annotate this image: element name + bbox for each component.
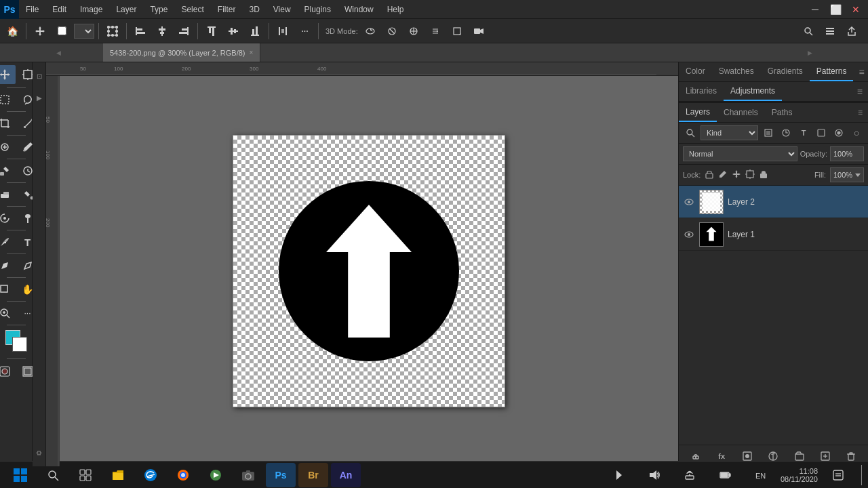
- menu-window[interactable]: Window: [338, 0, 380, 18]
- tab-paths[interactable]: Paths: [765, 104, 800, 121]
- view-options-icon[interactable]: [821, 22, 840, 41]
- menu-image[interactable]: Image: [73, 0, 109, 18]
- filter-adjustment-icon[interactable]: [778, 125, 793, 140]
- document-canvas[interactable]: [233, 135, 505, 407]
- file-explorer-button[interactable]: [103, 463, 133, 487]
- pen-tool[interactable]: [0, 232, 16, 251]
- menu-plugins[interactable]: Plugins: [298, 0, 338, 18]
- show-transform-controls[interactable]: [103, 22, 122, 41]
- top-panel-menu[interactable]: ≡: [853, 64, 868, 80]
- filter-shape-icon[interactable]: [814, 125, 829, 140]
- move-tool-options[interactable]: [31, 22, 50, 41]
- 3d-slide-icon[interactable]: [426, 22, 445, 41]
- photoshop-taskbar-button[interactable]: Ps: [266, 463, 296, 487]
- 3d-scale-icon[interactable]: [448, 22, 467, 41]
- task-view-button[interactable]: [71, 463, 100, 487]
- healing-brush-tool[interactable]: [0, 138, 16, 157]
- properties-toggle[interactable]: ⚙: [33, 443, 50, 462]
- align-bottom-edges[interactable]: [245, 22, 264, 41]
- filter-search-icon[interactable]: [683, 125, 698, 140]
- clone-stamp-tool[interactable]: [0, 161, 16, 180]
- menu-view[interactable]: View: [267, 0, 298, 18]
- eraser-tool[interactable]: [0, 185, 16, 204]
- menu-select[interactable]: Select: [174, 0, 210, 18]
- blend-mode-select[interactable]: Normal Dissolve Multiply Screen Overlay: [683, 146, 797, 161]
- move-tool[interactable]: [0, 65, 16, 84]
- document-tab[interactable]: 5438-200.png @ 300% (Layer 2, RGB/8) ×: [103, 43, 260, 62]
- quick-mask-mode[interactable]: [0, 362, 16, 381]
- search-icon[interactable]: [799, 22, 818, 41]
- media-player-button[interactable]: [201, 463, 231, 487]
- sub-panel-menu[interactable]: ≡: [852, 83, 868, 100]
- bridge-button[interactable]: Br: [298, 463, 328, 487]
- right-collapse-arrow[interactable]: ▶: [806, 49, 814, 56]
- language-icon[interactable]: EN: [745, 463, 775, 487]
- background-color[interactable]: [12, 337, 27, 352]
- animate-button[interactable]: An: [331, 463, 361, 487]
- menu-3d[interactable]: 3D: [242, 0, 266, 18]
- tab-adjustments[interactable]: Adjustments: [724, 82, 782, 101]
- tab-channels[interactable]: Channels: [717, 104, 765, 121]
- rectangular-marquee-tool[interactable]: [0, 90, 16, 109]
- tab-color[interactable]: Color: [679, 62, 712, 81]
- tab-layers[interactable]: Layers: [679, 103, 717, 122]
- tab-close-button[interactable]: ×: [250, 49, 254, 56]
- show-desktop-button[interactable]: [859, 463, 863, 487]
- tab-libraries[interactable]: Libraries: [679, 82, 724, 101]
- share-icon[interactable]: [842, 22, 861, 41]
- home-button[interactable]: 🏠: [3, 22, 22, 41]
- edge-browser-button[interactable]: [136, 463, 165, 487]
- close-button[interactable]: ✕: [846, 0, 865, 19]
- crop-tool[interactable]: [0, 114, 16, 133]
- firefox-button[interactable]: [168, 463, 198, 487]
- history-toggle[interactable]: ▶: [33, 88, 50, 107]
- 3d-video-icon[interactable]: [469, 22, 488, 41]
- menu-filter[interactable]: Filter: [211, 0, 243, 18]
- tab-patterns[interactable]: Patterns: [810, 62, 854, 81]
- fill-value[interactable]: 100%: [830, 167, 864, 182]
- path-selection-tool[interactable]: [0, 256, 16, 275]
- blur-tool[interactable]: [0, 209, 16, 228]
- filter-type-icon[interactable]: T: [796, 125, 811, 140]
- 3d-rotate-icon[interactable]: [361, 22, 380, 41]
- tab-gradients[interactable]: Gradients: [761, 62, 810, 81]
- lock-brush-icon[interactable]: [718, 169, 728, 181]
- 3d-roll-icon[interactable]: [382, 22, 401, 41]
- menu-file[interactable]: File: [19, 0, 45, 18]
- filter-pixel-icon[interactable]: [761, 125, 776, 140]
- layers-panel-menu[interactable]: ≡: [852, 105, 868, 120]
- align-left-edges[interactable]: [131, 22, 150, 41]
- camera-button[interactable]: [233, 463, 263, 487]
- network-icon[interactable]: [675, 463, 705, 487]
- lock-transparency-icon[interactable]: [705, 169, 714, 181]
- menu-help[interactable]: Help: [380, 0, 411, 18]
- volume-icon[interactable]: [639, 463, 669, 487]
- show-hidden-icons[interactable]: [604, 463, 634, 487]
- align-horizontal-centers[interactable]: [153, 22, 172, 41]
- left-collapse-arrow[interactable]: ◀: [54, 49, 62, 56]
- layer-item-layer1[interactable]: Layer 1: [679, 218, 868, 251]
- lock-move-icon[interactable]: [732, 169, 741, 181]
- layers-empty-area[interactable]: [679, 315, 868, 445]
- menu-layer[interactable]: Layer: [109, 0, 143, 18]
- lock-all-icon[interactable]: [759, 169, 768, 181]
- layer-panel-toggle[interactable]: ⊡: [33, 66, 50, 85]
- shape-tools[interactable]: [0, 280, 16, 299]
- layer-select[interactable]: Layer: [74, 24, 94, 39]
- action-center-button[interactable]: [823, 463, 853, 487]
- zoom-tool[interactable]: [0, 304, 16, 323]
- layer-visibility-layer1[interactable]: [683, 228, 695, 241]
- menu-edit[interactable]: Edit: [45, 0, 73, 18]
- auto-select-checkbox[interactable]: [52, 22, 71, 41]
- align-right-edges[interactable]: [174, 22, 193, 41]
- battery-icon[interactable]: [710, 463, 740, 487]
- start-button[interactable]: [5, 463, 35, 487]
- 3d-pan-icon[interactable]: [404, 22, 423, 41]
- maximize-button[interactable]: ⬜: [826, 0, 845, 19]
- align-vertical-centers[interactable]: [224, 22, 243, 41]
- layer-visibility-layer2[interactable]: [683, 196, 695, 208]
- lock-artboard-icon[interactable]: [745, 169, 755, 181]
- filter-kind-select[interactable]: Kind: [701, 125, 758, 140]
- opacity-value[interactable]: 100%: [830, 146, 864, 161]
- distribute-options[interactable]: [273, 22, 292, 41]
